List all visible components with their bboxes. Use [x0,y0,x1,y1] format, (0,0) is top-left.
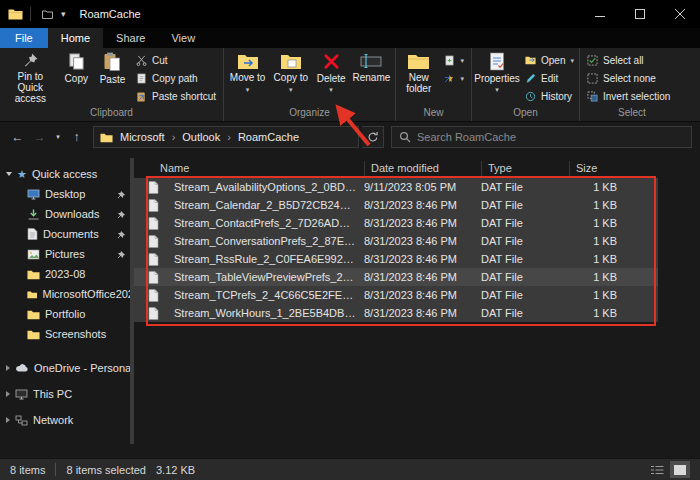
up-button[interactable]: ↑ [67,130,86,144]
cut-button[interactable]: Cut [131,51,221,69]
qat-customize-chevron-icon[interactable]: ▾ [57,0,70,28]
back-button[interactable]: ← [8,130,27,144]
addressbar: ← → ▾ ↑ Microsoft › Outlook › RoamCache [0,122,700,152]
breadcrumb[interactable]: Microsoft › Outlook › RoamCache [93,126,359,148]
properties-dropdown-chevron-icon[interactable]: ▾ [495,86,499,93]
column-headers: Name Date modified Type Size [134,158,658,178]
recent-locations-chevron-icon[interactable]: ▾ [52,133,64,141]
column-header-date-modified[interactable]: Date modified [364,161,481,176]
tab-share[interactable]: Share [103,28,158,48]
file-date: 8/31/2023 8:46 PM [364,217,481,229]
dropdown-chevron-icon: ▾ [570,57,574,64]
sidebar-item-this-pc[interactable]: This PC [0,384,134,404]
thumbnail-view-button[interactable] [670,461,690,478]
sidebar-item-desktop[interactable]: Desktop [0,184,134,204]
maximize-button[interactable] [620,0,660,28]
expand-chevron-icon[interactable] [6,172,12,176]
table-row[interactable]: Stream_ContactPrefs_2_7D26AD2DD7EC2... 8… [134,214,658,232]
column-header-size[interactable]: Size [569,161,629,176]
table-row[interactable]: Stream_ConversationPrefs_2_87EAF75630...… [134,232,658,250]
file-date: 8/31/2023 8:46 PM [364,235,481,247]
pin-to-quick-access-button[interactable]: Pin to Quick access [2,49,59,106]
breadcrumb-segment-roamcache[interactable]: RoamCache [238,131,299,143]
minimize-button[interactable] [580,0,620,28]
tab-view[interactable]: View [158,28,208,48]
table-row[interactable]: Stream_AvailabilityOptions_2_0BDC36A9...… [134,178,658,196]
breadcrumb-segment-microsoft[interactable]: Microsoft [120,131,165,143]
folder-icon [27,309,40,320]
copy-to-button[interactable]: Copy to ▾ [269,49,312,106]
details-view-icon [650,464,664,476]
forward-button[interactable]: → [30,130,49,144]
easy-access-button[interactable]: ▾ [439,69,469,87]
refresh-button[interactable] [362,126,384,148]
rename-button[interactable]: Rename [350,49,393,106]
history-button[interactable]: History [520,87,579,105]
open-button[interactable]: Open ▾ [520,51,579,69]
sidebar-item-onedrive[interactable]: OneDrive - Personal [0,358,134,378]
delete-dropdown-chevron-icon[interactable]: ▾ [329,86,333,93]
table-row[interactable]: Stream_Calendar_2_B5D72CB24A5E70439... 8… [134,196,658,214]
sidebar-item-portfolio[interactable]: Portfolio [0,304,134,324]
file-name: Stream_TableViewPreviewPrefs_2_5A7FB8... [174,271,364,283]
qat-new-folder-icon[interactable] [38,0,57,28]
edit-button[interactable]: Edit [520,69,579,87]
collapse-chevron-icon[interactable] [6,391,10,397]
move-to-button[interactable]: Move to ▾ [226,49,269,106]
search-icon [399,131,411,143]
invert-selection-button[interactable]: Invert selection [582,87,675,105]
table-row[interactable]: Stream_TableViewPreviewPrefs_2_5A7FB8...… [134,268,658,286]
sidebar-item-2023-08[interactable]: 2023-08 [0,264,134,284]
column-header-type[interactable]: Type [481,161,569,176]
dat-file-icon [148,235,174,248]
onedrive-cloud-icon [15,363,29,373]
paste-button[interactable]: Paste [94,49,131,106]
paste-shortcut-button[interactable]: Paste shortcut [131,87,221,105]
sidebar-item-microsoftoffice[interactable]: MicrosoftOffice202 [0,284,134,304]
column-header-name[interactable]: Name [148,161,364,176]
ribbon-group-organize: Move to ▾ Copy to ▾ Delete ▾ Rename Orga… [224,48,396,121]
new-item-button[interactable]: ▾ [439,51,469,69]
desktop-icon [27,189,40,200]
statusbar: 8 items 8 items selected 3.12 KB [0,458,700,480]
close-button[interactable] [660,0,700,28]
copy-path-button[interactable]: Copy path [131,69,221,87]
file-name: Stream_ContactPrefs_2_7D26AD2DD7EC2... [174,217,364,229]
collapse-chevron-icon[interactable] [6,365,10,371]
sidebar-item-screenshots[interactable]: Screenshots [0,324,134,344]
tab-file[interactable]: File [0,28,48,48]
sidebar-item-network[interactable]: Network [0,410,134,430]
properties-button[interactable]: Properties ▾ [474,49,520,106]
select-all-button[interactable]: Select all [582,51,675,69]
breadcrumb-segment-outlook[interactable]: Outlook [182,131,220,143]
ribbon-group-clipboard: Pin to Quick access Copy Paste Cut [0,48,224,121]
delete-button[interactable]: Delete ▾ [312,49,349,106]
new-folder-button[interactable]: New folder [398,49,439,106]
select-none-button[interactable]: Select none [582,69,675,87]
table-row[interactable]: Stream_WorkHours_1_2BE5B4DB29A9774... 8/… [134,304,658,322]
sidebar-item-documents[interactable]: Documents [0,224,134,244]
ribbon-group-new: New folder ▾ ▾ New [396,48,472,121]
search-box[interactable] [391,126,692,148]
copy-button[interactable]: Copy [59,49,94,106]
collapse-chevron-icon[interactable] [6,417,10,423]
tab-home[interactable]: Home [48,28,103,48]
group-label-open: Open [474,106,577,121]
table-row[interactable]: Stream_RssRule_2_C0FEA6E992E4094AAF... 8… [134,250,658,268]
delete-icon [322,52,341,71]
sidebar-item-downloads[interactable]: Downloads [0,204,134,224]
paste-shortcut-icon [136,91,147,102]
details-view-button[interactable] [647,461,667,478]
file-size: 1 KB [569,199,629,211]
selection-size: 3.12 KB [156,464,195,476]
move-to-icon [237,52,259,70]
file-type: DAT File [481,271,569,283]
breadcrumb-chevron-icon: › [227,131,231,143]
sidebar-item-quick-access[interactable]: ★ Quick access [0,164,134,184]
search-input[interactable] [417,131,684,143]
sidebar-item-pictures[interactable]: Pictures [0,244,134,264]
copy-to-icon [280,52,302,70]
dat-file-icon [148,289,174,302]
file-size: 1 KB [569,235,629,247]
table-row[interactable]: Stream_TCPrefs_2_4C66C5E2FE48544C9D... 8… [134,286,658,304]
